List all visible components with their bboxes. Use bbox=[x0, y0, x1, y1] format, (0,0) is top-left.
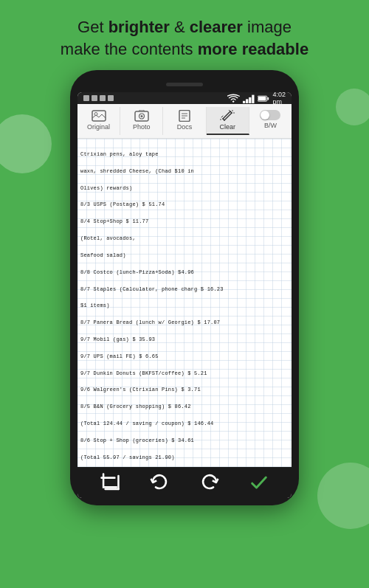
toolbar-item-bw[interactable]: B/W bbox=[249, 107, 292, 135]
rotate-left-button[interactable] bbox=[149, 472, 170, 493]
toolbar-item-original[interactable]: Original bbox=[77, 107, 120, 135]
phone-screen: 4:02 pm Original bbox=[77, 92, 292, 498]
toolbar-item-docs[interactable]: Docs bbox=[163, 107, 206, 135]
hw-line-18: (Total 55.97 / savings 21.90) bbox=[80, 454, 289, 462]
original-icon bbox=[92, 110, 106, 122]
toolbar-item-clear[interactable]: Clear bbox=[207, 107, 249, 135]
toolbar-item-photo[interactable]: Photo bbox=[120, 107, 163, 135]
header-line2: make the contents more readable bbox=[15, 38, 354, 60]
note-area: Ctrixian pens, aloy tape waxn, shredded … bbox=[77, 139, 292, 467]
svg-point-19 bbox=[232, 111, 233, 112]
grid-paper: Ctrixian pens, aloy tape waxn, shredded … bbox=[77, 139, 292, 467]
notification-icon bbox=[83, 95, 89, 101]
rotate-right-button[interactable] bbox=[199, 472, 220, 493]
hw-line-1: waxn, shredded Cheese, (Chad $10 in bbox=[80, 167, 289, 176]
hw-line-11: 9/7 Mobil (gas) $ 35.93 bbox=[80, 336, 289, 344]
svg-point-21 bbox=[220, 120, 221, 121]
header-text: Get brighter & clearer image make the co… bbox=[0, 0, 369, 70]
svg-rect-6 bbox=[258, 97, 266, 100]
status-left-icons bbox=[83, 95, 114, 101]
toolbar-bw-label: B/W bbox=[264, 122, 277, 129]
hw-line-17: 8/6 Stop + Shop (groceries) $ 34.61 bbox=[80, 437, 289, 445]
svg-line-17 bbox=[221, 116, 223, 117]
hw-line-2: Olives) rewards) bbox=[80, 184, 289, 193]
svg-point-11 bbox=[140, 115, 142, 117]
hw-line-16: (Total 124.44 / saving / coupon) $ 146.4… bbox=[80, 420, 289, 428]
toolbar-photo-label: Photo bbox=[133, 123, 151, 131]
header-brighter: brighter bbox=[108, 18, 170, 36]
phone-speaker bbox=[166, 83, 203, 86]
toolbar-docs-label: Docs bbox=[177, 123, 193, 131]
svg-rect-3 bbox=[252, 94, 254, 103]
header-line1: Get brighter & clearer image bbox=[15, 16, 354, 38]
svg-line-18 bbox=[229, 110, 230, 111]
hw-line-10: 8/7 Panera Bread (lunch w/ Georgie) $ 17… bbox=[80, 319, 289, 327]
phone-wrapper: 4:02 pm Original bbox=[0, 70, 369, 505]
hw-line-4: 8/4 Stop+Shop $ 11.77 bbox=[80, 218, 289, 226]
hw-line-6: Seafood salad) bbox=[80, 252, 289, 260]
hw-line-3: 8/3 USPS (Postage) $ 51.74 bbox=[80, 201, 289, 209]
svg-rect-2 bbox=[249, 97, 251, 103]
hw-line-0: Ctrixian pens, aloy tape bbox=[80, 151, 289, 159]
check-button[interactable] bbox=[249, 472, 269, 493]
handwriting-content: Ctrixian pens, aloy tape waxn, shredded … bbox=[80, 142, 289, 467]
hw-line-15: 8/5 B&N (Grocery shopping) $ 86.42 bbox=[80, 403, 289, 411]
toolbar: Original Photo bbox=[77, 104, 292, 139]
svg-point-20 bbox=[233, 113, 235, 114]
hw-line-13: 9/7 Dunkin Donuts (BKFST/coffee) $ 5.21 bbox=[80, 370, 289, 378]
signal-icon bbox=[243, 94, 255, 103]
hw-line-7: 8/8 Costco (lunch-Pizza+Soda) $4.96 bbox=[80, 269, 289, 277]
svg-rect-5 bbox=[268, 97, 269, 100]
toggle-knob bbox=[261, 111, 269, 120]
svg-line-16 bbox=[223, 119, 224, 120]
svg-rect-1 bbox=[246, 99, 248, 103]
bg-circle-right-top bbox=[336, 89, 369, 125]
status-bar: 4:02 pm bbox=[77, 92, 292, 104]
docs-icon bbox=[177, 110, 192, 122]
svg-rect-0 bbox=[243, 101, 245, 103]
crop-button[interactable] bbox=[100, 472, 120, 493]
status-icon3 bbox=[100, 95, 106, 101]
toolbar-original-label: Original bbox=[87, 123, 110, 131]
wand-icon bbox=[220, 110, 235, 122]
wifi-icon bbox=[227, 94, 239, 103]
hw-line-5: (Rotel, avocados, bbox=[80, 235, 289, 243]
hw-line-8: 8/7 Staples (Calculator, phone charg $ 1… bbox=[80, 286, 289, 294]
hw-line-14: 9/6 Walgreen's (Ctrixian Pins) $ 3.71 bbox=[80, 386, 289, 394]
header-clearer: clearer bbox=[190, 18, 243, 36]
header-more-readable: more readable bbox=[198, 40, 308, 58]
status-icon2 bbox=[92, 95, 97, 101]
hw-line-9: $1 items) bbox=[80, 302, 289, 310]
bw-toggle[interactable] bbox=[260, 110, 280, 120]
photo-icon bbox=[134, 110, 149, 122]
status-icon4 bbox=[108, 95, 114, 101]
hw-line-12: 9/7 UPS (mail FE) $ 6.65 bbox=[80, 353, 289, 361]
battery-icon bbox=[258, 95, 269, 102]
phone-top-bar bbox=[77, 77, 292, 91]
phone: 4:02 pm Original bbox=[70, 70, 299, 505]
toolbar-clear-label: Clear bbox=[219, 123, 235, 131]
bottom-bar bbox=[77, 467, 292, 498]
